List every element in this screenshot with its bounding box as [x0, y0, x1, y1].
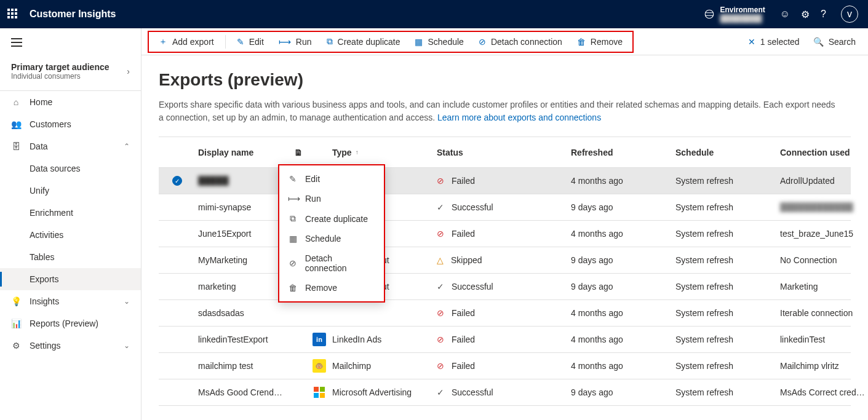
plus-icon: ＋ [159, 36, 167, 47]
cell-schedule: System refresh [673, 335, 778, 344]
nav-label: Exports [30, 274, 58, 284]
highlight-toolbar-box: ＋Add export ✎Edit ⟼Run ⧉Create duplicate… [148, 31, 634, 53]
trash-icon: 🗑 [577, 37, 586, 47]
sidebar-item-enrichment[interactable]: Enrichment [0, 202, 141, 224]
run-button[interactable]: ⟼Run [273, 33, 318, 50]
schedule-button[interactable]: ▦Schedule [408, 33, 469, 50]
home-icon: ⌂ [11, 97, 21, 107]
menu-edit[interactable]: ✎Edit [279, 169, 384, 189]
cell-connection: Marketing [778, 282, 868, 291]
cell-display-name: MsAds Good Crendetial... [196, 387, 288, 397]
table-header: Display name 🗎 Type↑ Status Refreshed Sc… [159, 137, 851, 168]
help-icon[interactable]: ? [821, 9, 826, 20]
feedback-icon[interactable]: ☺ [780, 9, 790, 20]
nav-label: Reports (Preview) [30, 319, 98, 328]
edit-button[interactable]: ✎Edit [231, 33, 270, 50]
cell-schedule: System refresh [673, 202, 778, 212]
audience-title: Primary target audience [11, 62, 109, 72]
menu-create-duplicate[interactable]: ⧉Create duplicate [279, 208, 384, 229]
status-failed-icon: ⊘ [437, 229, 444, 239]
search-button[interactable]: 🔍Search [807, 33, 862, 50]
nav-label: Data [30, 141, 48, 151]
table-row[interactable]: mailchimp test🐵Mailchimp⊘Failed4 months … [159, 353, 851, 379]
table-row[interactable]: mimi-synapseAnalytics✓Successful9 days a… [159, 194, 851, 221]
table-row[interactable]: ✓█████✎⋮➲AdRoll⊘Failed4 months agoSystem… [159, 168, 851, 194]
sidebar-item-data[interactable]: 🗄Data⌃ [0, 135, 141, 157]
command-bar: ＋Add export ✎Edit ⟼Run ⧉Create duplicate… [141, 28, 868, 55]
learn-more-link[interactable]: Learn more about exports and connections [437, 113, 601, 122]
nav-label: Insights [30, 296, 59, 306]
document-icon: 🗎 [294, 148, 303, 157]
topbar-actions: ☺ ⚙ ? v [780, 6, 854, 23]
table-row[interactable]: sdasdsadas⊘Failed4 months agoSystem refr… [159, 300, 851, 327]
cell-connection: ████████████ [778, 202, 868, 212]
settings-icon[interactable]: ⚙ [801, 9, 810, 20]
row-checkbox[interactable]: ✓ [172, 176, 182, 186]
cell-display-name: linkedinTestExport [196, 335, 288, 344]
sidebar-item-exports[interactable]: Exports [0, 268, 141, 290]
cell-refreshed: 4 months ago [568, 229, 673, 239]
cell-refreshed: 9 days ago [568, 282, 673, 291]
col-status[interactable]: Status [434, 148, 568, 157]
table-row[interactable]: MyMarketingMarketing (Out△Skipped9 days … [159, 247, 851, 274]
add-export-button[interactable]: ＋Add export [153, 33, 220, 51]
sidebar-item-customers[interactable]: 👥Customers [0, 113, 141, 135]
cell-connection: test_braze_June15 [778, 229, 868, 239]
cell-display-name: MyMarketing [196, 255, 288, 265]
col-connection[interactable]: Connection used [778, 148, 868, 157]
remove-button[interactable]: 🗑Remove [571, 33, 629, 50]
audience-selector[interactable]: Primary target audience Individual consu… [0, 51, 141, 91]
topbar: Customer Insights Environment ████████ ☺… [0, 0, 868, 28]
col-type[interactable]: Type↑ [330, 148, 434, 157]
detach-connection-button[interactable]: ⊘Detach connection [472, 33, 568, 50]
sidebar-item-data-sources[interactable]: Data sources [0, 157, 141, 180]
sidebar-item-tables[interactable]: Tables [0, 246, 141, 268]
sidebar-item-unify[interactable]: Unify [0, 180, 141, 202]
environment-name: ████████ [720, 14, 765, 23]
cell-status: ✓Successful [434, 202, 568, 212]
sort-asc-icon: ↑ [356, 149, 359, 156]
menu-remove[interactable]: 🗑Remove [279, 278, 384, 298]
sidebar-item-settings[interactable]: ⚙Settings⌄ [0, 335, 141, 357]
environment-selector[interactable]: Environment ████████ [704, 6, 765, 23]
table-row[interactable]: marketingMarketing (Out✓Successful9 days… [159, 274, 851, 300]
svg-point-0 [706, 10, 714, 18]
cell-connection: AdrollUpdated [778, 176, 868, 186]
table-row[interactable]: June15Export⊘Failed4 months agoSystem re… [159, 221, 851, 247]
app-launcher-icon[interactable] [7, 9, 18, 20]
status-failed-icon: ⊘ [437, 176, 444, 186]
nav-label: Unify [30, 186, 49, 196]
unlink-icon: ⊘ [288, 258, 298, 268]
sidebar-item-home[interactable]: ⌂Home [0, 91, 141, 113]
sidebar-item-reports-preview-[interactable]: 📊Reports (Preview) [0, 312, 141, 335]
cell-refreshed: 4 months ago [568, 361, 673, 371]
status-failed-icon: ⊘ [437, 335, 444, 344]
menu-detach-connection[interactable]: ⊘Detach connection [279, 248, 384, 278]
svg-rect-1 [314, 387, 319, 392]
table-row[interactable]: MsAds Good Crendetial...Microsoft Advert… [159, 379, 851, 406]
type-logo [313, 386, 325, 398]
clear-selection-button[interactable]: ✕1 selected [742, 33, 806, 50]
status-failed-icon: ⊘ [437, 361, 444, 371]
col-refreshed[interactable]: Refreshed [568, 148, 673, 157]
avatar[interactable]: v [841, 6, 858, 23]
copy-icon: ⧉ [327, 36, 333, 47]
table-row[interactable]: linkedinTestExportinLinkedIn Ads⊘Failed4… [159, 327, 851, 353]
col-schedule[interactable]: Schedule [673, 148, 778, 157]
cell-connection: Mailchimp vlritz [778, 361, 868, 371]
nav-label: Activities [30, 230, 63, 240]
col-display-name[interactable]: Display name [196, 148, 288, 157]
sidebar-item-insights[interactable]: 💡Insights⌄ [0, 290, 141, 312]
create-duplicate-button[interactable]: ⧉Create duplicate [321, 33, 407, 50]
sidebar-toggle[interactable] [0, 28, 141, 51]
pencil-icon: ✎ [237, 37, 244, 47]
cell-schedule: System refresh [673, 361, 778, 371]
menu-schedule[interactable]: ▦Schedule [279, 229, 384, 248]
nav-label: Home [30, 97, 52, 107]
nav-label: Customers [30, 119, 71, 129]
cell-status: △Skipped [434, 255, 568, 265]
menu-run[interactable]: ⟼Run [279, 189, 384, 208]
sidebar-item-activities[interactable]: Activities [0, 224, 141, 246]
cell-connection: Iterable connection [778, 308, 868, 318]
calendar-icon: ▦ [415, 37, 423, 47]
